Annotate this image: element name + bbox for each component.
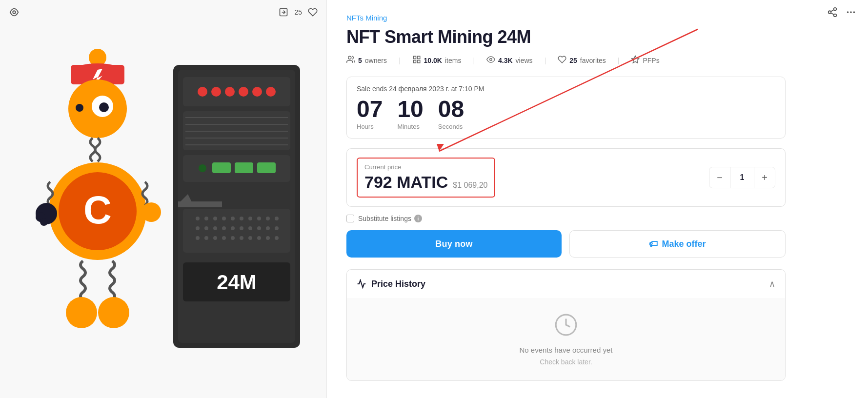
svg-rect-85 — [417, 60, 420, 63]
svg-line-78 — [831, 10, 834, 12]
svg-point-70 — [40, 218, 48, 226]
content-area: NFTs Mining NFT Smart Mining 24M 5 — [327, 5, 868, 396]
svg-point-44 — [275, 226, 279, 230]
svg-point-73 — [98, 297, 129, 328]
quantity-stepper: − 1 + — [709, 167, 775, 188]
svg-point-7 — [225, 87, 235, 97]
image-count: 25 — [294, 8, 302, 16]
svg-point-38 — [222, 226, 226, 230]
svg-text:24M: 24M — [217, 271, 257, 294]
svg-point-32 — [257, 217, 261, 220]
svg-point-51 — [248, 236, 252, 240]
svg-point-36 — [204, 226, 208, 230]
svg-point-34 — [275, 217, 279, 220]
svg-point-37 — [213, 226, 217, 230]
minutes-label: Minutes — [397, 123, 420, 130]
top-bar-right-icons: 25 — [279, 7, 318, 17]
svg-point-28 — [222, 217, 226, 220]
svg-point-41 — [248, 226, 252, 230]
svg-line-77 — [831, 13, 834, 15]
check-later-text: Check back later. — [540, 358, 592, 366]
pfp-label: PFPs — [643, 57, 659, 64]
svg-point-54 — [275, 236, 279, 240]
items-stat: 10.0K items — [412, 55, 462, 66]
price-usd: $1 069,20 — [453, 181, 487, 190]
divider-4: | — [618, 57, 620, 64]
decrease-qty-button[interactable]: − — [709, 167, 730, 188]
svg-point-5 — [198, 87, 207, 97]
price-highlight-box: Current price 792 MATIC $1 069,20 — [357, 158, 495, 198]
svg-point-71 — [141, 202, 161, 222]
views-icon — [486, 55, 495, 66]
svg-rect-84 — [417, 56, 420, 59]
hours-label: Hours — [357, 123, 374, 130]
svg-point-87 — [490, 59, 492, 61]
quantity-value: 1 — [730, 167, 754, 188]
owners-value: 5 — [358, 57, 362, 64]
favorite-button[interactable] — [308, 7, 318, 17]
share-image-button[interactable] — [279, 7, 288, 17]
increase-qty-button[interactable]: + — [754, 167, 775, 188]
svg-point-10 — [266, 87, 276, 97]
right-panel: NFTs Mining NFT Smart Mining 24M 5 — [327, 0, 868, 398]
views-label: views — [516, 57, 533, 64]
svg-point-43 — [266, 226, 270, 230]
views-value: 4.3K — [498, 57, 513, 64]
svg-rect-11 — [183, 111, 290, 150]
clock-icon — [554, 313, 578, 337]
svg-point-39 — [231, 226, 235, 230]
svg-rect-24 — [183, 209, 290, 253]
owners-label: owners — [365, 57, 387, 64]
price-value-row: 792 MATIC $1 069,20 — [364, 173, 487, 192]
svg-point-50 — [240, 236, 243, 240]
current-price-label: Current price — [364, 163, 487, 171]
nft-illustration: 24M — [7, 36, 320, 377]
divider-1: | — [399, 57, 401, 64]
favorites-stat: 25 favorites — [558, 55, 606, 66]
buy-now-button[interactable]: Buy now — [346, 230, 562, 258]
svg-point-49 — [231, 236, 235, 240]
top-bar-left: 25 — [0, 0, 326, 24]
divider-2: | — [473, 57, 475, 64]
substitute-checkbox[interactable] — [346, 215, 354, 222]
price-history-section: Price History ∧ No events have occurred … — [346, 269, 786, 381]
price-history-header[interactable]: Price History ∧ — [347, 270, 785, 298]
substitute-label: Substitute listings i — [358, 215, 422, 222]
svg-point-64 — [76, 104, 83, 112]
back-button[interactable] — [9, 7, 20, 18]
svg-rect-20 — [235, 162, 253, 173]
svg-point-74 — [834, 8, 837, 11]
svg-point-8 — [239, 87, 248, 97]
svg-point-52 — [257, 236, 261, 240]
owners-stat: 5 owners — [346, 55, 387, 66]
favorites-label: favorites — [580, 57, 606, 64]
share-button[interactable] — [827, 7, 838, 18]
price-section: Current price 792 MATIC $1 069,20 − 1 + — [346, 148, 786, 207]
svg-point-35 — [196, 226, 200, 230]
make-offer-button[interactable]: 🏷 Make offer — [569, 230, 786, 258]
hours-countdown: 07 Hours — [357, 98, 383, 130]
price-amount: 792 MATIC — [364, 173, 448, 192]
svg-point-75 — [828, 11, 831, 14]
svg-point-46 — [204, 236, 208, 240]
pfp-stat: PFPs — [631, 55, 659, 66]
countdown-row: 07 Hours 10 Minutes 08 Seconds — [357, 98, 775, 130]
svg-rect-21 — [257, 162, 276, 173]
svg-point-79 — [847, 11, 849, 13]
more-options-button[interactable] — [846, 7, 856, 18]
svg-point-0 — [13, 11, 16, 14]
svg-text:C: C — [83, 188, 112, 232]
breadcrumb[interactable]: NFTs Mining — [346, 14, 848, 22]
svg-point-18 — [199, 164, 206, 172]
svg-point-31 — [248, 217, 252, 220]
favorites-icon — [558, 55, 566, 66]
sale-box: Sale ends 24 февраля 2023 г. at 7:10 PM … — [346, 77, 786, 139]
favorites-value: 25 — [569, 57, 577, 64]
price-history-body: No events have occurred yet Check back l… — [347, 298, 785, 380]
svg-point-26 — [204, 217, 208, 220]
items-icon — [412, 55, 421, 66]
divider-3: | — [545, 57, 546, 64]
price-history-title: Price History — [357, 279, 425, 289]
sale-ends-text: Sale ends 24 февраля 2023 г. at 7:10 PM — [357, 85, 775, 93]
seconds-label: Seconds — [438, 123, 463, 130]
